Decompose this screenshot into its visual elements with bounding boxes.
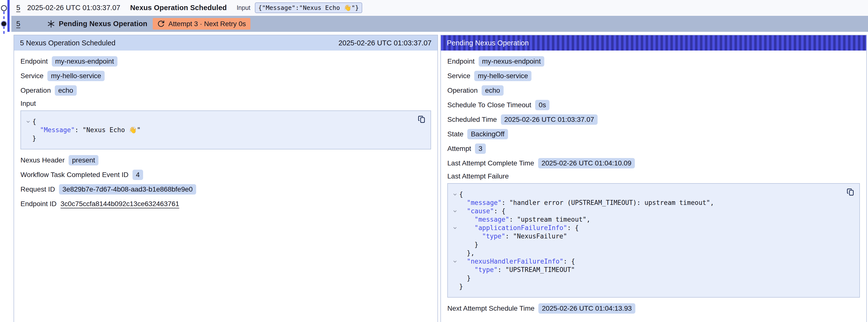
field-label: Operation (447, 87, 478, 94)
event-row-scheduled[interactable]: 5 2025-02-26 UTC 01:03:37.07 Nexus Opera… (11, 0, 868, 15)
event-timeline-rail (0, 0, 11, 74)
code-text: } (32, 134, 36, 142)
field-label-last-attempt-failure: Last Attempt Failure (447, 172, 860, 180)
chevron-down-icon (453, 192, 458, 197)
event-title: Nexus Operation Scheduled (130, 4, 227, 12)
field-label: Service (21, 72, 43, 80)
code-text: "message": "handler error (UPSTREAM_TIME… (459, 198, 714, 207)
event-id-link[interactable]: 5 (16, 4, 20, 12)
gutter-spacer (451, 274, 459, 276)
retry-attempt-badge: Attempt 3 · Next Retry 0s (153, 18, 250, 30)
field-value-badge: echo (55, 85, 77, 96)
gutter-spacer (451, 215, 459, 217)
scheduled-panel-title: 5 Nexus Operation Scheduled (20, 39, 116, 47)
pending-panel-title: Pending Nexus Operation (447, 39, 529, 47)
field-value-badge: echo (482, 85, 503, 96)
gutter-spacer (451, 240, 459, 243)
code-text: } (459, 282, 463, 291)
field-label: Attempt (447, 145, 471, 153)
code-line: }, (451, 249, 854, 257)
field-value-badge: my-nexus-endpoint (479, 56, 544, 67)
event-id-link[interactable]: 5 (16, 20, 20, 28)
field-label: Endpoint (447, 58, 475, 65)
code-line: { (24, 117, 425, 126)
field-row-attempt: Attempt3 (447, 143, 860, 154)
field-row-nexus-header: Nexus Headerpresent (21, 155, 431, 166)
code-line: "applicationFailureInfo": { (451, 224, 854, 232)
scheduled-panel-timestamp: 2025-02-26 UTC 01:03:37.07 (339, 39, 432, 47)
event-detail-panels: 5 Nexus Operation Scheduled 2025-02-26 U… (13, 35, 867, 322)
field-row-service: Servicemy-hello-service (447, 70, 860, 82)
field-value-link[interactable]: 3c0c75ccfa8144b092c13ce632463761 (60, 200, 179, 208)
code-text: }, (459, 249, 474, 257)
copy-icon (417, 115, 426, 124)
code-text: } (459, 274, 471, 282)
retry-badge-label: Attempt 3 · Next Retry 0s (168, 20, 246, 28)
field-row-endpoint: Endpointmy-nexus-endpoint (21, 56, 431, 67)
field-value-badge: 0s (535, 100, 550, 110)
field-label: Last Attempt Complete Time (447, 159, 534, 167)
copy-icon (846, 188, 855, 196)
collapse-toggle[interactable] (451, 207, 459, 214)
gutter-spacer (451, 249, 459, 251)
field-label-input: Input (21, 100, 431, 107)
collapse-toggle[interactable] (451, 190, 459, 197)
chevron-down-icon (453, 209, 458, 214)
code-line: "message": "upstream timeout", (451, 215, 854, 224)
event-row-pending[interactable]: 5 Pending Nexus Operation Attempt 3 · Ne… (11, 16, 868, 32)
field-row-request-id: Request ID3e829b7e-7d67-4b08-aad3-b1e868… (21, 184, 431, 195)
field-label: Schedule To Close Timeout (447, 101, 531, 109)
code-text: "type": "NexusFailure" (459, 232, 567, 240)
code-line: } (451, 282, 854, 291)
field-label: Next Attempt Schedule Time (447, 304, 534, 312)
code-line: "type": "UPSTREAM_TIMEOUT" (451, 265, 854, 274)
event-title: Pending Nexus Operation (59, 20, 147, 28)
gutter-spacer (451, 232, 459, 234)
event-input-chip: {"Message":"Nexus Echo 👋"} (255, 2, 362, 13)
field-row-last-attempt-complete-time: Last Attempt Complete Time2025-02-26 UTC… (447, 158, 860, 169)
code-text: { (459, 190, 463, 198)
field-row-operation: Operationecho (21, 85, 431, 96)
code-text: "type": "UPSTREAM_TIMEOUT" (459, 265, 575, 274)
code-text: "applicationFailureInfo": { (459, 224, 579, 232)
field-label: Operation (21, 87, 51, 94)
pending-panel-header: Pending Nexus Operation (441, 35, 866, 51)
code-text: "Message": "Nexus Echo 👋" (32, 126, 141, 134)
pending-operation-panel: Pending Nexus Operation Endpointmy-nexus… (440, 35, 867, 322)
chevron-down-icon (453, 259, 458, 264)
retry-icon (157, 20, 165, 28)
field-value-badge: BackingOff (467, 129, 508, 139)
copy-button[interactable] (845, 187, 856, 197)
field-label: Workflow Task Completed Event ID (21, 171, 128, 179)
field-label: Scheduled Time (447, 116, 497, 124)
field-row-scheduled-time: Scheduled Time2025-02-26 UTC 01:03:37.07 (447, 114, 860, 125)
code-line: "message": "handler error (UPSTREAM_TIME… (451, 198, 854, 207)
code-line: "nexusHandlerFailureInfo": { (451, 257, 854, 265)
timeline-active-bar (7, 0, 10, 32)
gutter-spacer (451, 265, 459, 267)
field-row-schedule-to-close-timeout: Schedule To Close Timeout0s (447, 100, 860, 110)
field-label: Endpoint (21, 58, 48, 65)
code-text: "cause": { (459, 207, 505, 215)
collapse-toggle[interactable] (24, 117, 32, 124)
field-value-badge: 2025-02-26 UTC 01:04:10.09 (538, 158, 635, 168)
code-text: } (459, 240, 478, 249)
field-row-workflow-task-completed-event-id: Workflow Task Completed Event ID4 (21, 169, 431, 180)
chevron-down-icon (453, 226, 458, 230)
field-value-badge: present (69, 155, 98, 165)
code-block-input: {"Message": "Nexus Echo 👋"} (21, 110, 431, 150)
field-row-operation: Operationecho (447, 85, 860, 96)
field-label: Service (447, 72, 470, 80)
code-line: "type": "NexusFailure" (451, 232, 854, 240)
copy-button[interactable] (417, 115, 427, 124)
field-value-badge: my-nexus-endpoint (52, 56, 118, 67)
field-row-endpoint: Endpointmy-nexus-endpoint (447, 56, 860, 67)
collapse-toggle[interactable] (451, 257, 459, 264)
collapse-toggle[interactable] (451, 224, 459, 230)
event-timestamp: 2025-02-26 UTC 01:03:37.07 (27, 4, 120, 12)
code-line: "Message": "Nexus Echo 👋" (24, 126, 425, 134)
field-value-badge: 3 (475, 143, 486, 154)
gutter-spacer (451, 198, 459, 200)
code-text: "message": "upstream timeout", (459, 215, 590, 224)
gutter-spacer (451, 282, 459, 284)
